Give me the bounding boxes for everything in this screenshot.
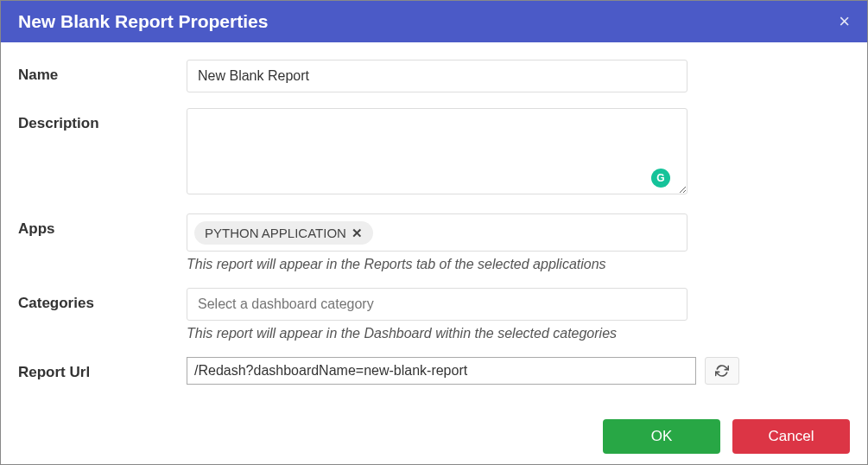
app-tag-chip: PYTHON APPLICATION ✕	[194, 221, 373, 245]
description-textarea[interactable]	[187, 108, 687, 194]
report-url-input[interactable]	[187, 357, 696, 385]
app-tag-label: PYTHON APPLICATION	[205, 226, 346, 240]
form-row-categories: Categories This report will appear in th…	[18, 288, 850, 341]
tag-remove-icon[interactable]: ✕	[352, 226, 363, 239]
textarea-wrap: G	[187, 108, 687, 198]
categories-control: This report will appear in the Dashboard…	[187, 288, 687, 341]
name-label: Name	[18, 60, 187, 84]
categories-label: Categories	[18, 288, 187, 312]
grammarly-icon[interactable]: G	[651, 169, 670, 188]
form-row-description: Description G	[18, 108, 850, 198]
report-url-label: Report Url	[18, 357, 187, 381]
apps-label: Apps	[18, 213, 187, 238]
categories-help-text: This report will appear in the Dashboard…	[187, 326, 687, 341]
cancel-button[interactable]: Cancel	[732, 419, 850, 454]
form-row-apps: Apps PYTHON APPLICATION ✕ This report wi…	[18, 213, 850, 272]
categories-select[interactable]	[187, 288, 687, 321]
name-input[interactable]	[187, 60, 687, 92]
name-control	[187, 60, 687, 92]
apps-tag-container[interactable]: PYTHON APPLICATION ✕	[187, 213, 687, 252]
modal-title: New Blank Report Properties	[18, 11, 268, 32]
description-control: G	[187, 108, 687, 198]
modal-header: New Blank Report Properties ×	[1, 1, 867, 42]
apps-control: PYTHON APPLICATION ✕ This report will ap…	[187, 213, 687, 272]
modal-footer: OK Cancel	[1, 409, 867, 465]
apps-help-text: This report will appear in the Reports t…	[187, 257, 687, 272]
form-row-name: Name	[18, 60, 850, 92]
description-label: Description	[18, 108, 187, 132]
form-row-report-url: Report Url	[18, 357, 850, 385]
report-url-control	[187, 357, 739, 385]
ok-button[interactable]: OK	[603, 419, 720, 454]
refresh-icon	[715, 364, 729, 378]
modal-body: Name Description G Apps PYTHON APPLICATI…	[1, 42, 867, 409]
refresh-url-button[interactable]	[705, 357, 739, 385]
close-icon[interactable]: ×	[839, 12, 850, 31]
modal-dialog: New Blank Report Properties × Name Descr…	[0, 0, 868, 465]
